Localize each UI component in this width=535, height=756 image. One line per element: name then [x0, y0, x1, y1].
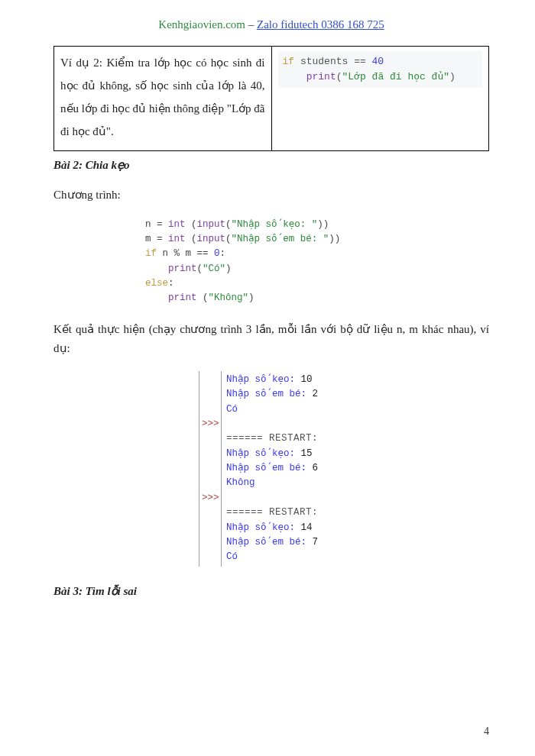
fn-print: print: [306, 71, 336, 82]
example-text-cell: Ví dụ 2: Kiểm tra lớp học có học sinh đi…: [54, 46, 272, 150]
header-sep: –: [245, 18, 257, 31]
example-table: Ví dụ 2: Kiểm tra lớp học có học sinh đi…: [54, 46, 489, 151]
section2-title: Bài 2: Chia kẹo: [54, 156, 489, 176]
page-header: Kenhgiaovien.com – Zalo fidutech 0386 16…: [54, 15, 489, 35]
example-text: Ví dụ 2: Kiểm tra lớp học có học sinh đi…: [60, 57, 265, 137]
page-number: 4: [484, 722, 489, 741]
section3-title: Bài 3: Tìm lỗi sai: [54, 582, 489, 602]
section2-para: Chương trình:: [54, 186, 489, 205]
section2-result-para: Kết quả thực hiện (chạy chương trình 3 l…: [54, 320, 489, 359]
output-gutter: >>>>>>: [199, 371, 222, 567]
example-code: if students == 40 print("Lớp đã đi học đ…: [278, 51, 483, 88]
zalo-link[interactable]: Zalo fidutech 0386 168 725: [257, 18, 384, 31]
prompt-1: >>>: [202, 418, 219, 429]
prompt-2: >>>: [202, 493, 219, 503]
kw-if: if: [283, 56, 295, 67]
site-name: Kenhgiaovien.com: [158, 18, 245, 31]
output-body: Nhập số kẹo: 10 Nhập số em bé: 2 Có ====…: [222, 371, 323, 567]
example-code-cell: if students == 40 print("Lớp đã đi học đ…: [271, 46, 489, 150]
section2-code: n = int (input("Nhập số kẹo: ")) m = int…: [145, 218, 489, 306]
output-block: >>>>>> Nhập số kẹo: 10 Nhập số em bé: 2 …: [199, 371, 489, 567]
